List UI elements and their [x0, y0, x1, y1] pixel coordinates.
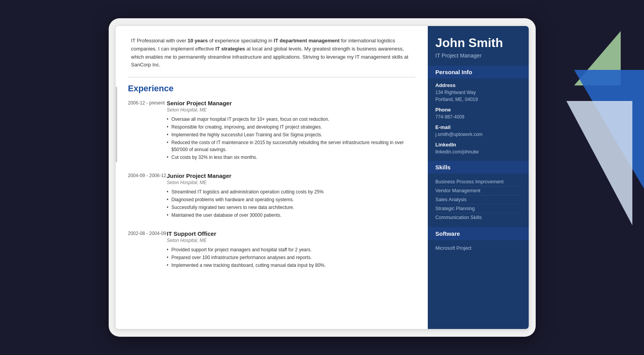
exp-company-3: Seton Hospital, ME [167, 238, 415, 243]
linkedin-value: linkedin.com/johnutw [436, 148, 521, 155]
exp-bullets-2: Streamlined IT logistics and administrat… [167, 188, 415, 219]
software-content: Microsoft Project [428, 244, 529, 258]
personal-info-header: Personal Info [428, 66, 529, 78]
bullet: Successfully migrated two servers to new… [167, 204, 415, 211]
skill-item-3: Strategic Planning [436, 204, 521, 213]
summary-paragraph: IT Professional with over 10 years of ex… [128, 37, 415, 69]
software-header: Software [428, 227, 529, 240]
triangle-blue [574, 70, 644, 202]
tablet-frame: IT Professional with over 10 years of ex… [109, 18, 536, 337]
bullet: Prepared over 100 infrastructure perform… [167, 254, 415, 261]
exp-title-3: IT Support Officer [167, 230, 415, 237]
experience-item-3: 2002-08 - 2004-09 IT Support Officer Set… [128, 230, 415, 270]
experience-item-2: 2004-09 - 2006-12 Junior Project Manager… [128, 172, 415, 219]
bullet: Maintained the user database of over 300… [167, 212, 415, 219]
candidate-job-title: IT Project Manager [436, 52, 521, 59]
bullet: Provided support for project managers an… [167, 246, 415, 253]
bullet: Diagnosed problems with hardware and ope… [167, 196, 415, 203]
exp-content-1: Senior Project Manager Seton Hospital, M… [167, 100, 415, 162]
bullet: Oversaw all major hospital IT projects f… [167, 116, 415, 123]
software-item-0: Microsoft Project [436, 244, 521, 252]
sidebar-header: John Smith IT Project Manager [428, 26, 529, 66]
exp-date-2: 2004-09 - 2006-12 [128, 172, 167, 219]
skill-item-2: Sales Analysis [436, 195, 521, 204]
experience-heading: Experience [128, 84, 415, 94]
bullet: Reduced the costs of IT maintenance in 2… [167, 139, 415, 153]
exp-title-1: Senior Project Manager [167, 100, 415, 106]
address-value: 134 Rightward Way Portland, ME, 04019 [436, 89, 521, 103]
skill-item-0: Business Process Improvement [436, 178, 521, 186]
resume-document: IT Professional with over 10 years of ex… [116, 26, 529, 329]
triangle-green [574, 31, 621, 85]
bullet: Implemented the highly successful Lean T… [167, 131, 415, 138]
exp-company-1: Seton Hospital, ME [167, 107, 415, 113]
exp-date-3: 2002-08 - 2004-09 [128, 230, 167, 270]
email-label: E-mail [436, 124, 521, 130]
bullet: Streamlined IT logistics and administrat… [167, 188, 415, 195]
bullet: Cut costs by 32% in less than six months… [167, 154, 415, 161]
exp-company-2: Seton Hospital, ME [167, 180, 415, 185]
linkedin-label: LinkedIn [436, 142, 521, 148]
exp-bullets-1: Oversaw all major hospital IT projects f… [167, 116, 415, 161]
exp-content-3: IT Support Officer Seton Hospital, ME Pr… [167, 230, 415, 270]
exp-content-2: Junior Project Manager Seton Hospital, M… [167, 172, 415, 219]
personal-info-content: Address 134 Rightward Way Portland, ME, … [428, 82, 529, 161]
address-label: Address [436, 82, 521, 88]
bullet: Implemented a new tracking dashboard, cu… [167, 262, 415, 269]
resume-sidebar: John Smith IT Project Manager Personal I… [428, 26, 529, 329]
skills-header: Skills [428, 161, 529, 174]
candidate-name: John Smith [436, 35, 521, 50]
email-value: j.smith@uptowork.com [436, 131, 521, 138]
exp-date-1: 2006-12 - present [128, 100, 167, 162]
exp-bullets-3: Provided support for project managers an… [167, 246, 415, 269]
experience-item-1: 2006-12 - present Senior Project Manager… [128, 100, 415, 162]
phone-label: Phone [436, 107, 521, 113]
scroll-bar[interactable] [116, 87, 117, 162]
skills-content: Business Process Improvement Vendor Mana… [428, 178, 529, 227]
exp-title-2: Junior Project Manager [167, 172, 415, 179]
triangle-white [566, 101, 632, 225]
resume-left-panel: IT Professional with over 10 years of ex… [116, 26, 428, 329]
bullet: Responsible for creating, improving, and… [167, 124, 415, 131]
divider [128, 77, 415, 77]
skill-item-1: Vendor Management [436, 186, 521, 195]
skill-item-4: Communication Skills [436, 213, 521, 222]
phone-value: 774-987-4009 [436, 113, 521, 120]
